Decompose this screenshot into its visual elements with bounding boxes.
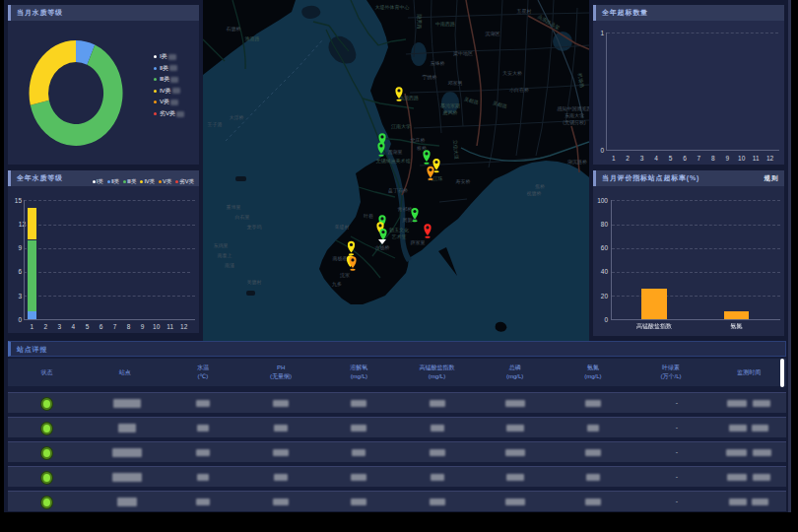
- svg-text:九多: 九多: [332, 281, 342, 287]
- svg-text:无锡城洲美术馆: 无锡城洲美术馆: [376, 158, 411, 165]
- svg-text:隐秀路: 隐秀路: [416, 15, 423, 30]
- svg-text:大堤外体育中心: 大堤外体育中心: [375, 4, 410, 11]
- svg-text:叶巷: 叶巷: [364, 213, 373, 219]
- svg-text:(无锡分校): (无锡分校): [563, 119, 586, 126]
- svg-text:宁绣桥: 宁绣桥: [423, 74, 437, 81]
- svg-text:天安大桥: 天安大桥: [502, 70, 522, 76]
- svg-text:梁中地区: 梁中地区: [453, 50, 473, 56]
- svg-text:东绛桥: 东绛桥: [431, 60, 445, 66]
- svg-text:勃玉文化: 勃玉文化: [389, 227, 409, 233]
- svg-text:壬子港: 壬子港: [208, 121, 223, 128]
- svg-text:祝塘桥: 祝塘桥: [527, 190, 542, 197]
- svg-text:板桥: 板桥: [416, 145, 427, 151]
- svg-text:南杨巷: 南杨巷: [333, 255, 348, 262]
- svg-text:感知中国博览园: 感知中国博览园: [558, 105, 590, 112]
- svg-text:北庄桥: 北庄桥: [411, 137, 426, 144]
- svg-text:惠风桥: 惠风桥: [442, 109, 458, 115]
- svg-text:南泰上: 南泰上: [218, 252, 233, 258]
- svg-text:石塘桥: 石塘桥: [227, 26, 241, 33]
- svg-text:五星村: 五星村: [517, 8, 532, 15]
- svg-text:小白在桥: 小白在桥: [509, 87, 529, 94]
- svg-text:采堤村: 采堤村: [335, 224, 350, 231]
- svg-text:南浦: 南浦: [225, 262, 234, 269]
- svg-text:白石里: 白石里: [235, 214, 250, 221]
- svg-text:薛家里: 薛家里: [411, 239, 426, 245]
- svg-text:寿安桥: 寿安桥: [456, 178, 471, 184]
- svg-text:东南大学: 东南大学: [565, 112, 584, 118]
- svg-text:艺术笠: 艺术笠: [392, 233, 407, 239]
- svg-text:大浮桥: 大浮桥: [230, 114, 244, 121]
- svg-text:高浪西路: 高浪西路: [399, 95, 419, 101]
- svg-text:江南大学: 江南大学: [391, 123, 411, 130]
- svg-text:园湖里: 园湖里: [388, 149, 403, 156]
- svg-text:古杨桥: 古杨桥: [375, 244, 390, 251]
- svg-text:东鸡里: 东鸡里: [214, 242, 229, 248]
- svg-text:滨湖区: 滨湖区: [486, 31, 500, 37]
- svg-text:吴塘村: 吴塘村: [247, 279, 262, 286]
- svg-text:盘丁石桥: 盘丁石桥: [388, 187, 408, 194]
- svg-text:中南西路: 中南西路: [435, 21, 455, 28]
- svg-text:渔港路: 渔港路: [245, 35, 260, 42]
- svg-text:湖滨路桥: 湖滨路桥: [567, 159, 587, 166]
- svg-text:龙亭坞: 龙亭坞: [247, 224, 262, 231]
- svg-text:重埠里: 重埠里: [227, 204, 241, 210]
- svg-text:焦桥: 焦桥: [535, 183, 545, 189]
- svg-text:慕湾家期: 慕湾家期: [440, 102, 460, 109]
- svg-text:邓家男: 邓家男: [448, 80, 463, 87]
- svg-text:青祁桥: 青祁桥: [398, 206, 413, 212]
- svg-text:沈家: 沈家: [340, 272, 350, 279]
